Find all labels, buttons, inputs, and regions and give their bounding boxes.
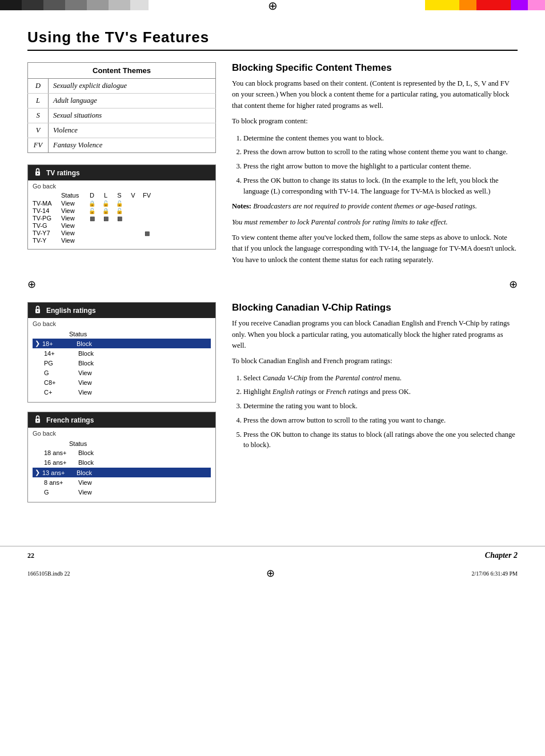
theme-description: Sexual situations	[49, 108, 216, 123]
list-item: C+View	[33, 388, 211, 397]
rating-label: TV-14	[33, 207, 61, 214]
table-row: TV-14 View 🔓 🔒 🔓	[33, 207, 211, 214]
list-item: ❯13 ans+Block	[33, 468, 211, 477]
theme-description: Violence	[49, 123, 216, 138]
french-go-back: Go back	[33, 430, 211, 437]
page-footer: 22 Chapter 2	[0, 546, 545, 564]
table-row: VViolence	[28, 123, 216, 138]
table-row: TV-MA View 🔒 🔓 🔓	[33, 200, 211, 207]
rating-label: C+	[44, 389, 78, 396]
theme-code: L	[28, 94, 49, 108]
rating-label: 16 ans+	[44, 459, 78, 466]
arrow-icon: ❯	[35, 469, 40, 476]
rating-status: Block	[77, 340, 209, 347]
rating-label: PG	[44, 360, 78, 367]
rating-label: 8 ans+	[44, 479, 78, 486]
list-item: Press the OK button to change its status…	[243, 429, 518, 451]
table-row: TV-Y7 View ▩	[33, 230, 211, 236]
rating-label: TV-Y7	[33, 230, 61, 236]
bottom-bar: 1665105B.indb 22 ⊕ 2/17/06 6:31:49 PM	[0, 564, 545, 583]
list-item: Determine the content themes you want to…	[243, 133, 518, 144]
english-lock-icon	[34, 305, 42, 316]
list-item: Press the down arrow button to scroll to…	[243, 147, 518, 158]
rating-status: Block	[78, 360, 209, 367]
theme-description: Sexually explicit dialogue	[49, 79, 216, 94]
table-row: TV-PG View ▩ ▩ ▩	[33, 215, 211, 222]
rating-label: TV-PG	[33, 215, 61, 222]
rating-label: 18+	[42, 340, 77, 347]
rating-status: View	[61, 230, 85, 236]
rating-status: Block	[78, 449, 209, 456]
rating-label: G	[44, 369, 78, 376]
tv-ratings-body: Go back Status D L S V FV TV-MA View 🔒 🔓…	[28, 180, 215, 249]
theme-code: D	[28, 79, 49, 94]
list-item: 18 ans+Block	[33, 448, 211, 457]
rating-status: View	[61, 215, 85, 222]
rating-label: TV-MA	[33, 200, 61, 207]
rating-label: 14+	[44, 350, 78, 357]
bottom-crosshair-icon: ⊕	[266, 567, 275, 580]
english-go-back: Go back	[33, 320, 211, 327]
go-back-label: Go back	[33, 183, 211, 190]
tv-ratings-header: TV ratings	[28, 165, 215, 180]
blocking-canadian-intro: If you receive Canadian programs you can…	[232, 318, 518, 367]
list-item: 14+Block	[33, 349, 211, 358]
content-themes-table: Content Themes DSexually explicit dialog…	[27, 62, 216, 153]
english-ratings-rows: ❯18+Block14+BlockPGBlockGViewC8+ViewC+Vi…	[33, 339, 211, 397]
content-themes-header: Content Themes	[28, 63, 216, 79]
theme-description: Fantasy Violence	[49, 138, 216, 153]
table-row: TV-G View	[33, 222, 211, 229]
rating-status: Block	[78, 459, 209, 466]
rating-label: 13 ans+	[42, 469, 77, 476]
list-item: 16 ans+Block	[33, 458, 211, 467]
list-item: Highlight English ratings or French rati…	[243, 387, 518, 397]
rating-label: TV-Y	[33, 237, 61, 244]
bottom-right-column: Blocking Canadian V-Chip Ratings If you …	[232, 302, 518, 512]
to-block-label: To block program content:	[232, 116, 518, 127]
list-item: GView	[33, 488, 211, 497]
left-crosshair-icon: ⊕	[27, 278, 36, 291]
list-item: ❯18+Block	[33, 339, 211, 348]
table-row: TV-Y View	[33, 237, 211, 244]
file-info: 1665105B.indb 22	[27, 570, 70, 577]
lock-icon	[34, 167, 42, 178]
english-ratings-body: Go back Status ❯18+Block14+BlockPGBlockG…	[28, 318, 215, 402]
col-status: Status	[61, 192, 85, 199]
notes-section: Notes: Broadcasters are not required to …	[232, 201, 518, 266]
table-row: SSexual situations	[28, 108, 216, 123]
bottom-left-column: English ratings Go back Status ❯18+Block…	[27, 302, 216, 512]
rating-status: View	[78, 389, 209, 396]
canadian-to-block: To block Canadian English and French pro…	[232, 356, 518, 367]
tv-ratings-grid: Status D L S V FV TV-MA View 🔒 🔓 🔓 TV-14…	[33, 192, 211, 244]
right-crosshair-icon: ⊕	[509, 278, 518, 291]
french-ratings-body: Go back Status 18 ans+Block16 ans+Block❯…	[28, 428, 215, 502]
theme-code: S	[28, 108, 49, 123]
svg-point-5	[37, 420, 38, 421]
top-crosshair-icon: ⊕	[268, 0, 278, 12]
list-item: 8 ans+View	[33, 478, 211, 487]
blocking-content-title: Blocking Specific Content Themes	[232, 62, 518, 74]
theme-description: Adult language	[49, 94, 216, 108]
rating-label: G	[44, 489, 78, 496]
tv-ratings-title: TV ratings	[46, 169, 80, 177]
rating-status: View	[61, 222, 85, 229]
french-lock-icon	[34, 415, 42, 425]
chapter-label: Chapter 2	[485, 551, 518, 560]
blocking-content-intro: You can block programs based on their co…	[232, 78, 518, 127]
timestamp: 2/17/06 6:31:49 PM	[471, 570, 518, 577]
svg-point-1	[37, 173, 38, 174]
rating-status: Block	[78, 350, 209, 357]
english-col-headers: Status	[33, 329, 211, 339]
rating-status: View	[78, 379, 209, 386]
table-row: LAdult language	[28, 94, 216, 108]
rating-status: Block	[77, 469, 209, 476]
table-row: DSexually explicit dialogue	[28, 79, 216, 94]
list-item: Press the right arrow button to move the…	[243, 161, 518, 172]
right-column: Blocking Specific Content Themes You can…	[232, 62, 518, 271]
rating-label: C8+	[44, 379, 78, 386]
rating-status: View	[61, 207, 85, 214]
canadian-intro-text: If you receive Canadian programs you can…	[232, 318, 518, 351]
svg-point-3	[37, 311, 38, 312]
canadian-steps-list: Select Canada V-Chip from the Parental c…	[232, 373, 518, 451]
page-title: Using the TV's Features	[27, 29, 518, 51]
